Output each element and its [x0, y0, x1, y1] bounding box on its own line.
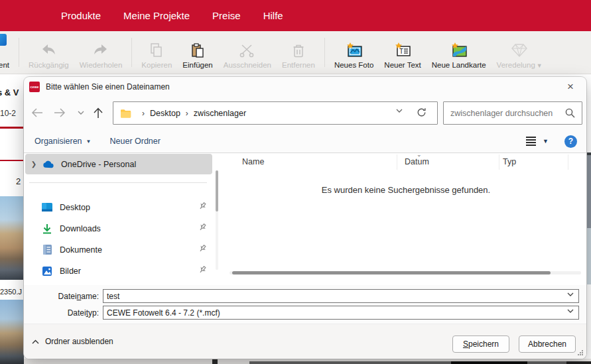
- filetype-row: Dateityp: CEWE Fotowelt 6.4 - 7.2 (*.mcf…: [24, 306, 586, 320]
- filetype-label: Dateityp:: [24, 308, 103, 318]
- filename-input[interactable]: [103, 292, 548, 301]
- onedrive-cloud-icon: [42, 158, 54, 170]
- toolbar-separator: [324, 38, 325, 67]
- address-bar[interactable]: › Desktop › zwischenlager: [113, 101, 438, 125]
- dialog-navigation-row: › Desktop › zwischenlager: [24, 99, 586, 127]
- sidebar-scrollbar[interactable]: [216, 170, 218, 270]
- background-date-fragment: -10-2: [0, 109, 16, 118]
- organize-button[interactable]: Organisieren ▼: [34, 137, 92, 146]
- empty-results-message: Es wurden keine Suchergebnisse gefunden.: [226, 185, 586, 195]
- filename-dropdown-chevron-icon[interactable]: [567, 292, 574, 296]
- copy-icon: [150, 42, 163, 59]
- delete-button[interactable]: Entfernen: [277, 31, 320, 74]
- refresh-icon[interactable]: [417, 107, 427, 117]
- address-dropdown-chevron-icon[interactable]: [396, 109, 403, 113]
- search-icon[interactable]: [565, 108, 575, 118]
- up-icon[interactable]: [89, 103, 107, 122]
- clipped-toolbar-icon: [0, 34, 7, 46]
- background-app-bottom-strip: [24, 359, 591, 364]
- pin-icon: [198, 265, 207, 274]
- column-header-name[interactable]: Name: [242, 157, 264, 166]
- background-count-fragment: 2: [16, 176, 21, 186]
- expand-chevron-icon[interactable]: ❯: [25, 160, 42, 168]
- search-input[interactable]: [450, 109, 565, 118]
- new-map-button[interactable]: Neue Landkarte: [427, 31, 492, 74]
- sidebar-item-documents[interactable]: Dokumente: [24, 241, 212, 259]
- dialog-command-bar: Organisieren ▼ Neuer Ordner ▼ ?: [24, 130, 586, 152]
- cancel-button[interactable]: Abbrechen: [519, 335, 576, 353]
- column-header-datum[interactable]: Datum: [405, 157, 429, 166]
- filename-row: Dateiname:: [24, 289, 586, 303]
- close-icon[interactable]: ×: [561, 78, 580, 95]
- help-button[interactable]: ?: [564, 135, 577, 148]
- save-button[interactable]: Speichern: [452, 335, 509, 353]
- folder-icon: [120, 109, 131, 118]
- new-text-button[interactable]: T Neuer Text: [379, 31, 426, 74]
- svg-text:T: T: [399, 48, 403, 55]
- recent-locations-chevron-icon[interactable]: [72, 103, 90, 122]
- view-mode-icon[interactable]: [526, 137, 536, 146]
- filetype-dropdown-chevron-icon[interactable]: [567, 309, 574, 313]
- column-header-typ[interactable]: Typ: [503, 157, 516, 166]
- pictures-icon: [41, 265, 53, 277]
- toolbar-separator: [19, 38, 19, 67]
- pin-icon: [198, 223, 207, 231]
- editor-toolbar: ent Rückgängig Wiederholen Kopieren Einf…: [0, 31, 591, 74]
- new-map-icon: [450, 42, 468, 59]
- breadcrumb-chevron-icon: ›: [142, 109, 145, 118]
- organize-chevron-icon: ▼: [86, 139, 92, 145]
- menu-hilfe[interactable]: Hilfe: [263, 10, 283, 21]
- view-mode-chevron-icon[interactable]: ▼: [543, 138, 549, 145]
- background-photo-thumbnail: [0, 300, 24, 364]
- embellishment-caret-icon: ▼: [537, 62, 543, 69]
- sidebar-item-onedrive[interactable]: ❯ OneDrive - Personal: [25, 154, 212, 174]
- pin-icon: [198, 202, 207, 210]
- menu-meine-projekte[interactable]: Meine Projekte: [123, 10, 190, 21]
- cewe-logo-icon: cewe: [29, 82, 40, 92]
- menu-produkte[interactable]: Produkte: [61, 10, 101, 21]
- filename-field[interactable]: [103, 289, 579, 303]
- background-red-divider: [0, 127, 24, 129]
- save-file-dialog: cewe Bitte wählen Sie einen Dateinamen ×…: [24, 77, 586, 359]
- embellishment-button[interactable]: Veredelung▼: [492, 31, 548, 74]
- breadcrumb-desktop[interactable]: Desktop: [150, 109, 180, 118]
- background-app-right-strip: [586, 74, 591, 364]
- cut-button[interactable]: Ausschneiden: [218, 31, 277, 74]
- diamond-icon: [511, 42, 528, 59]
- background-heading-fragment: s & V: [0, 88, 19, 97]
- new-photo-button[interactable]: Neues Foto: [329, 31, 379, 74]
- forward-icon[interactable]: [50, 103, 69, 122]
- breadcrumb-chevron-icon: ›: [186, 109, 188, 118]
- search-box[interactable]: [443, 101, 582, 125]
- downloads-icon: [41, 223, 53, 235]
- scissors-icon: [239, 42, 255, 59]
- filetype-select[interactable]: CEWE Fotowelt 6.4 - 7.2 (*.mcf): [103, 306, 579, 320]
- dialog-title-bar[interactable]: cewe Bitte wählen Sie einen Dateinamen ×: [24, 77, 586, 97]
- back-icon[interactable]: [28, 103, 46, 122]
- documents-icon: [41, 244, 53, 256]
- paste-button[interactable]: Einfügen: [177, 31, 218, 74]
- file-list-header: Name ⌄ Datum Typ: [226, 153, 586, 171]
- sidebar-item-downloads[interactable]: Downloads: [24, 219, 212, 237]
- copy-button[interactable]: Kopieren: [136, 31, 177, 74]
- new-text-icon: T: [393, 42, 412, 59]
- file-list-horizontal-scrollbar[interactable]: [230, 271, 581, 274]
- new-folder-button[interactable]: Neuer Ordner: [110, 137, 161, 146]
- sidebar-item-desktop[interactable]: Desktop: [24, 198, 212, 216]
- background-app-left-strip: s & V -10-2 2 2350.J: [0, 74, 24, 364]
- sidebar-divider: [29, 182, 207, 183]
- dialog-title: Bitte wählen Sie einen Dateinamen: [46, 82, 170, 91]
- background-filename-fragment: 2350.J: [0, 288, 22, 296]
- places-sidebar: ❯ OneDrive - Personal Desktop: [24, 153, 222, 286]
- sidebar-item-pictures[interactable]: Bilder: [24, 262, 212, 280]
- menu-preise[interactable]: Preise: [212, 10, 241, 21]
- breadcrumb-zwischenlager[interactable]: zwischenlager: [194, 109, 246, 118]
- hide-folders-button[interactable]: Ordner ausblenden: [32, 337, 113, 346]
- clipped-toolbar-button[interactable]: ent: [0, 31, 15, 74]
- undo-button[interactable]: Rückgängig: [23, 31, 74, 74]
- undo-icon: [40, 42, 56, 59]
- resize-grip[interactable]: [577, 349, 584, 356]
- file-list: Name ⌄ Datum Typ Es wurden keine Sucherg…: [226, 153, 586, 286]
- dialog-footer: Ordner ausblenden Speichern Abbrechen: [24, 324, 586, 359]
- redo-button[interactable]: Wiederholen: [74, 31, 128, 74]
